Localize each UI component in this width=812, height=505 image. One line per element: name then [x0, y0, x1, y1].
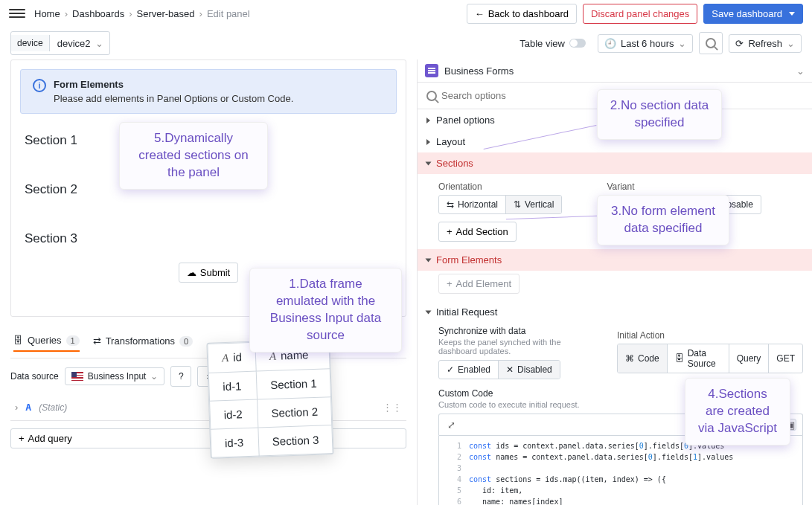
variant-label: Variant	[607, 181, 761, 192]
option-label: Initial Request	[436, 306, 497, 318]
option-label: Sections	[436, 158, 473, 169]
orientation-horizontal[interactable]: ⇆Horizontal	[439, 196, 506, 213]
chevron-down-icon: ⌄	[678, 38, 686, 49]
breadcrumb-home[interactable]: Home	[34, 8, 60, 19]
breadcrumb-current: Edit panel	[207, 8, 250, 19]
annotation-4: 4.Sections are created via JavaScript	[685, 378, 790, 446]
back-button[interactable]: ← Back to dashboard	[467, 4, 577, 24]
option-form-elements[interactable]: Form Elements	[418, 249, 812, 271]
plus-icon: +	[19, 433, 25, 444]
code-icon: ⌘	[625, 353, 634, 364]
device-select[interactable]: device device2 ⌄	[10, 31, 110, 55]
sync-enabled[interactable]: ✓Enabled	[439, 361, 499, 379]
add-section-button[interactable]: + Add Section	[438, 222, 517, 242]
breadcrumb-dashboards[interactable]: Dashboards	[72, 8, 124, 19]
action-datasource[interactable]: 🗄Data Source	[668, 344, 729, 373]
breadcrumb-sep: ›	[65, 8, 68, 19]
initial-action-group: ⌘Code 🗄Data Source Query GET	[617, 344, 803, 373]
add-query-button[interactable]: + Add query	[10, 428, 406, 448]
option-label: Layout	[436, 136, 465, 147]
vertical-icon: ⇅	[514, 199, 521, 210]
table-view-label: Table view	[520, 38, 565, 49]
menu-icon[interactable]	[9, 5, 25, 22]
submit-button[interactable]: ☁ Submit	[179, 263, 238, 283]
action-code[interactable]: ⌘Code	[618, 344, 668, 373]
toggle-icon	[569, 39, 586, 48]
tab-queries[interactable]: 🗄 Queries 1	[13, 335, 80, 352]
data-table-preview: Aid Aname id-1Section 1 id-2Section 2 id…	[206, 338, 334, 459]
query-letter: A	[25, 402, 31, 413]
chevron-down-icon: ⌄	[787, 38, 795, 49]
plugin-title: Business Forms	[444, 65, 514, 77]
chevron-down-icon[interactable]: ⌄	[796, 65, 805, 77]
cell: Section 2	[257, 397, 332, 428]
chevron-down-icon	[426, 258, 432, 262]
cloud-upload-icon: ☁	[187, 267, 196, 278]
annotation-5: 5.Dynamically created sections on the pa…	[119, 122, 268, 190]
save-button[interactable]: Save dashboard	[703, 4, 803, 24]
info-banner: i Form Elements Please add elements in P…	[20, 69, 397, 114]
add-element-button[interactable]: + Add Element	[438, 274, 520, 294]
action-get[interactable]: GET	[769, 344, 802, 373]
refresh-icon: ⟳	[735, 38, 744, 49]
cell: Section 1	[256, 369, 331, 399]
cell: Section 3	[258, 425, 333, 456]
orientation-group: ⇆Horizontal ⇅Vertical	[438, 195, 562, 214]
add-section-label: Add Section	[456, 226, 508, 237]
annotation-2: 2.No section data specified	[597, 89, 722, 140]
back-label: Back to dashboard	[488, 8, 569, 19]
add-element-label: Add Element	[456, 278, 511, 289]
database-icon: 🗄	[675, 353, 684, 364]
expand-icon[interactable]: ⤢	[445, 419, 457, 431]
tab-label: Queries	[28, 335, 62, 346]
seg-label: Vertical	[525, 199, 554, 210]
clock-icon: 🕘	[604, 38, 616, 49]
sync-disabled[interactable]: ✕Disabled	[499, 361, 560, 379]
submit-label: Submit	[200, 267, 230, 278]
tab-label: Transformations	[106, 335, 175, 347]
option-initial-request[interactable]: Initial Request	[418, 301, 812, 323]
add-query-label: Add query	[28, 433, 72, 444]
info-title: Form Elements	[54, 79, 293, 90]
refresh-label: Refresh	[748, 38, 782, 49]
initial-action-label: Initial Action	[617, 330, 803, 341]
breadcrumb: Home › Dashboards › Server-based › Edit …	[34, 8, 250, 19]
option-label: Panel options	[436, 115, 495, 126]
col-label: id	[233, 350, 242, 363]
discard-button[interactable]: Discard panel changes	[583, 4, 697, 24]
orientation-vertical[interactable]: ⇅Vertical	[506, 196, 561, 213]
chevron-right-icon	[426, 118, 430, 123]
sync-help: Keeps the panel synched with the dashboa…	[438, 338, 587, 356]
cell: id-3	[211, 428, 259, 457]
zoom-out-button[interactable]	[699, 32, 723, 54]
orientation-label: Orientation	[438, 181, 562, 192]
code-editor[interactable]: 1const ids = context.panel.data.series[0…	[438, 435, 803, 505]
device-label: device	[11, 35, 50, 51]
annotation-3: 3.No form element data specified	[597, 195, 729, 245]
seg-label: Enabled	[458, 364, 490, 375]
plugin-icon	[425, 64, 438, 77]
query-name: (Static)	[39, 402, 67, 413]
tab-transformations[interactable]: ⇄ Transformations 0	[93, 335, 194, 351]
sync-label: Synchronize with data	[438, 326, 587, 336]
datasource-help-button[interactable]: ?	[170, 366, 191, 387]
table-view-toggle[interactable]: Table view	[514, 35, 592, 52]
drag-handle-icon[interactable]: ⋮⋮	[383, 402, 402, 413]
option-sections[interactable]: Sections	[418, 152, 812, 174]
datasource-value: Business Input	[88, 371, 147, 382]
breadcrumb-server[interactable]: Server-based	[136, 8, 194, 19]
datasource-select[interactable]: Business Input ⌄	[65, 367, 165, 385]
cell: id-1	[208, 371, 257, 401]
table-row: id-2Section 2	[210, 397, 333, 430]
datasource-icon	[71, 372, 83, 381]
chevron-right-icon	[426, 139, 430, 145]
device-value: device2	[57, 38, 91, 49]
action-query[interactable]: Query	[729, 344, 770, 373]
breadcrumb-sep: ›	[129, 8, 132, 19]
time-range-select[interactable]: 🕘 Last 6 hours ⌄	[598, 34, 694, 53]
search-icon	[426, 91, 437, 101]
seg-label: Disabled	[517, 364, 552, 375]
refresh-button[interactable]: ⟳ Refresh ⌄	[729, 34, 802, 53]
section-title[interactable]: Section 3	[11, 221, 406, 257]
chevron-down-icon	[426, 161, 432, 165]
